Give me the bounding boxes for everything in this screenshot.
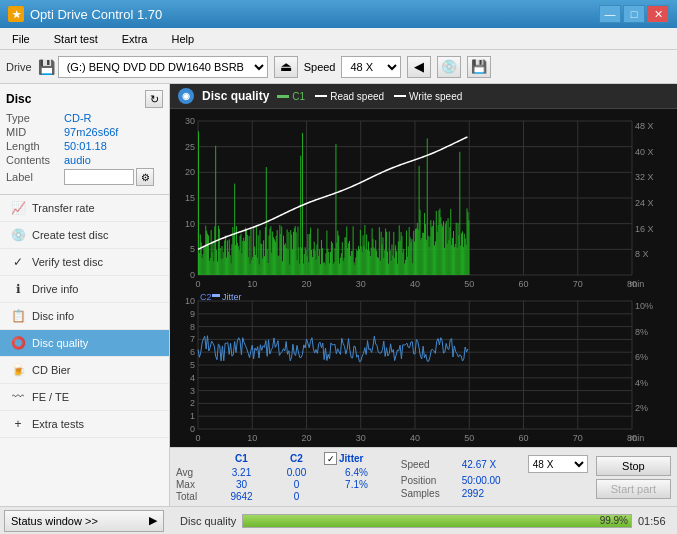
drive-info-icon: ℹ	[10, 281, 26, 297]
title-bar: ★ Opti Drive Control 1.70 — □ ✕	[0, 0, 677, 28]
stats-group: C1 C2 ✓ Jitter Avg 3.21 0.00 6.4% Max 30	[176, 452, 393, 502]
position-label: Position	[401, 475, 456, 486]
bottom-chart-canvas	[170, 293, 677, 447]
stats-row: C1 C2 ✓ Jitter Avg 3.21 0.00 6.4% Max 30	[170, 447, 677, 506]
disc-button[interactable]: 💿	[437, 56, 461, 78]
sidebar-item-fe-te[interactable]: 〰 FE / TE	[0, 384, 169, 411]
cd-bier-icon: 🍺	[10, 362, 26, 378]
write-speed-legend-color	[394, 95, 406, 97]
maximize-button[interactable]: □	[623, 5, 645, 23]
nav-menu: 📈 Transfer rate 💿 Create test disc ✓ Ver…	[0, 195, 169, 438]
jitter-checkbox[interactable]: ✓	[324, 452, 337, 465]
toolbar: Drive 💾 (G:) BENQ DVD DD DW1640 BSRB ⏏ S…	[0, 50, 677, 84]
menu-file[interactable]: File	[4, 31, 38, 47]
total-c1-val: 9642	[214, 491, 269, 502]
disc-info-panel: Disc ↻ Type CD-R MID 97m26s66f Length 50…	[0, 84, 169, 195]
window-controls: — □ ✕	[599, 5, 669, 23]
position-value: 50:00.00	[462, 475, 501, 486]
disc-length-label: Length	[6, 140, 64, 152]
progress-bar: 99.9%	[242, 514, 632, 528]
main-area: Disc ↻ Type CD-R MID 97m26s66f Length 50…	[0, 84, 677, 506]
sidebar-item-create-test-disc[interactable]: 💿 Create test disc	[0, 222, 169, 249]
eject-button[interactable]: ⏏	[274, 56, 298, 78]
stats-speed-select[interactable]: 48 X	[528, 455, 588, 473]
sidebar-item-extra-tests[interactable]: + Extra tests	[0, 411, 169, 438]
c1-legend-color	[277, 95, 289, 98]
sidebar-item-extra-tests-label: Extra tests	[32, 418, 84, 430]
sidebar-item-cd-bier-label: CD Bier	[32, 364, 71, 376]
max-c1-val: 30	[214, 479, 269, 490]
fe-te-icon: 〰	[10, 389, 26, 405]
charts-container	[170, 109, 677, 447]
menu-start-test[interactable]: Start test	[46, 31, 106, 47]
sidebar-item-disc-info-label: Disc info	[32, 310, 74, 322]
sidebar-item-disc-quality[interactable]: ⭕ Disc quality	[0, 330, 169, 357]
action-buttons: Stop Start part	[596, 456, 671, 499]
sidebar-item-verify-test-disc[interactable]: ✓ Verify test disc	[0, 249, 169, 276]
sidebar-item-verify-test-disc-label: Verify test disc	[32, 256, 103, 268]
app-icon: ★	[8, 6, 24, 22]
sidebar-item-drive-info[interactable]: ℹ Drive info	[0, 276, 169, 303]
read-speed-legend-label: Read speed	[330, 91, 384, 102]
speed-stat-value: 42.67 X	[462, 459, 522, 470]
content-area: ◉ Disc quality C1 Read speed Write speed	[170, 84, 677, 506]
sidebar-item-cd-bier[interactable]: 🍺 CD Bier	[0, 357, 169, 384]
avg-jitter-val: 6.4%	[324, 467, 389, 478]
sidebar-item-disc-quality-label: Disc quality	[32, 337, 88, 349]
status-left: Status window >> ▶	[4, 510, 174, 532]
disc-length-value: 50:01.18	[64, 140, 107, 152]
disc-mid-label: MID	[6, 126, 64, 138]
c1-col-header: C1	[214, 453, 269, 464]
minimize-button[interactable]: —	[599, 5, 621, 23]
verify-test-disc-icon: ✓	[10, 254, 26, 270]
drive-icon: 💾	[38, 59, 55, 75]
avg-label: Avg	[176, 467, 214, 478]
close-button[interactable]: ✕	[647, 5, 669, 23]
sidebar-item-transfer-rate[interactable]: 📈 Transfer rate	[0, 195, 169, 222]
samples-label: Samples	[401, 488, 456, 499]
c1-legend-label: C1	[292, 91, 305, 102]
progress-section: Disc quality 99.9% 01:56	[180, 514, 673, 528]
disc-contents-value: audio	[64, 154, 91, 166]
status-window-arrow: ▶	[149, 514, 157, 527]
disc-refresh-button[interactable]: ↻	[145, 90, 163, 108]
stop-button[interactable]: Stop	[596, 456, 671, 476]
extra-tests-icon: +	[10, 416, 26, 432]
disc-type-label: Type	[6, 112, 64, 124]
start-part-button[interactable]: Start part	[596, 479, 671, 499]
bottom-chart-area	[170, 293, 677, 447]
create-test-disc-icon: 💿	[10, 227, 26, 243]
drive-select[interactable]: (G:) BENQ DVD DD DW1640 BSRB	[58, 56, 268, 78]
arrow-left-button[interactable]: ◀	[407, 56, 431, 78]
samples-value: 2992	[462, 488, 484, 499]
menu-help[interactable]: Help	[163, 31, 202, 47]
disc-mid-value: 97m26s66f	[64, 126, 118, 138]
status-bar: Status window >> ▶ Disc quality 99.9% 01…	[0, 506, 677, 534]
total-label: Total	[176, 491, 214, 502]
disc-quality-icon: ⭕	[10, 335, 26, 351]
status-window-label: Status window >>	[11, 515, 98, 527]
transfer-rate-icon: 📈	[10, 200, 26, 216]
save-button[interactable]: 💾	[467, 56, 491, 78]
top-chart-area	[170, 109, 677, 293]
max-label: Max	[176, 479, 214, 490]
speed-label: Speed	[304, 61, 336, 73]
status-window-button[interactable]: Status window >> ▶	[4, 510, 164, 532]
progress-percentage: 99.9%	[600, 515, 628, 527]
sidebar-item-fe-te-label: FE / TE	[32, 391, 69, 403]
disc-label-input[interactable]	[64, 169, 134, 185]
speed-select[interactable]: 48 X	[341, 56, 401, 78]
menu-extra[interactable]: Extra	[114, 31, 156, 47]
disc-info-icon: 📋	[10, 308, 26, 324]
menu-bar: File Start test Extra Help	[0, 28, 677, 50]
time-display: 01:56	[638, 515, 673, 527]
disc-type-value: CD-R	[64, 112, 92, 124]
sidebar-item-disc-info[interactable]: 📋 Disc info	[0, 303, 169, 330]
progress-bar-fill	[243, 515, 630, 527]
read-speed-legend-color	[315, 95, 327, 97]
speed-stat-label: Speed	[401, 459, 456, 470]
sidebar-item-drive-info-label: Drive info	[32, 283, 78, 295]
write-speed-legend-label: Write speed	[409, 91, 462, 102]
chart-title: Disc quality	[202, 89, 269, 103]
disc-label-settings-button[interactable]: ⚙	[136, 168, 154, 186]
